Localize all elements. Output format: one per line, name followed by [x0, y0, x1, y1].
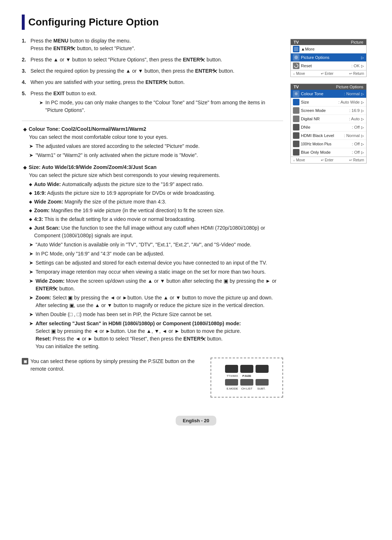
- sub-diamond-icon: ◆: [29, 199, 32, 206]
- remote-label-subt: SUBT.: [255, 387, 268, 390]
- sub-diamond-icon: ◆: [29, 216, 32, 223]
- remote-label-ttxmix: TTX/MIX: [226, 374, 239, 378]
- step-4: 4. When you are satisfied with your sett…: [22, 78, 283, 86]
- left-column: 1. Press the MENU button to display the …: [22, 37, 283, 398]
- size-section: ◆ Size: Auto Wide/16:9/Wide Zoom/Zoom/4:…: [22, 164, 283, 350]
- size-note-2: ➤ In PC Mode, only "16:9" and "4:3" mode…: [29, 250, 283, 258]
- tv-row-size: Size : Auto Wide ▷: [291, 98, 366, 106]
- step-3-num: 3.: [22, 67, 28, 75]
- bottom-note-text: You can select these options by simply p…: [30, 358, 203, 373]
- tv-row-picture-options: Picture Options ▷: [291, 53, 366, 62]
- sub-diamond-icon: ◆: [29, 181, 32, 188]
- step-2-content: Press the ▲ or ▼ button to select "Pictu…: [30, 56, 283, 64]
- diamond-icon: ◆: [23, 165, 26, 170]
- size-note-zoom: ➤ Zoom: Select ▣ by pressing the ◄ or ►b…: [29, 294, 283, 309]
- step-4-content: When you are satisfied with your setting…: [30, 78, 283, 86]
- sub-bullet-169: ◆ 16:9: Adjusts the picture size to 16:9…: [29, 189, 283, 197]
- tv-row-more: ▲More: [291, 45, 366, 53]
- remote-btn-chlist: [240, 379, 253, 386]
- step-2: 2. Press the ▲ or ▼ button to select "Pi…: [22, 56, 283, 64]
- step-1-content: Press the MENU button to display the men…: [30, 37, 283, 52]
- page-title: Configuring Picture Option: [28, 16, 159, 28]
- tv-row-hdmi-black: HDMI Black Level : Normal ▷: [291, 132, 366, 140]
- sub-bullet-widezoom: ◆ Wide Zoom: Magnify the size of the pic…: [29, 198, 283, 206]
- tv-panel-options-footer: ⬦ Move ↵ Enter ↩ Return: [291, 157, 366, 163]
- note-icon: ▣: [22, 358, 28, 364]
- tv-row-colour-tone: Colour Tone : Normal ▷: [291, 90, 366, 98]
- colour-tone-note-1: ➤ The adjusted values are stored accordi…: [29, 142, 283, 150]
- sub-diamond-icon: ◆: [29, 190, 32, 197]
- remote-label-emode: E.MODE: [226, 387, 239, 390]
- sub-diamond-icon: ◆: [29, 207, 32, 214]
- step-5: 5. Press the EXIT button to exit. ➤ In P…: [22, 90, 283, 116]
- colour-tone-section: ◆ Colour Tone: Cool2/Cool1/Normal/Warm1/…: [22, 126, 283, 159]
- tv-row-100hz: 100Hz Motion Plus : Off ▷: [291, 140, 366, 148]
- tv-panel-picture-footer: ⬦ Move ↵ Enter ↩ Return: [291, 70, 366, 77]
- remote-btn-blank: [256, 365, 269, 373]
- svg-rect-0: [294, 47, 298, 51]
- tv-row-dnie: DNIe : Off ▷: [291, 123, 366, 132]
- step-1: 1. Press the MENU button to display the …: [22, 37, 283, 52]
- remote-control-image: TTX/MIX P.SIZE E.MODE CH LIST SUBT.: [211, 358, 283, 398]
- svg-point-2: [295, 92, 298, 95]
- tv-row-reset: Reset : OK ▷: [291, 62, 366, 70]
- remote-btn-ttxmix: [225, 365, 238, 373]
- tv-panel-picture: TV Picture ▲More Picture Options ▷: [290, 39, 367, 77]
- tv-panel-picture-options: TV Picture Options Colour Tone : Normal …: [290, 84, 367, 164]
- arrow-icon: ➤: [29, 142, 33, 150]
- remote-label-chlist: CH LIST: [240, 387, 253, 390]
- remote-label-psize: P.SIZE: [240, 374, 253, 378]
- step-5-note: ➤ In PC mode, you can only make changes …: [39, 99, 283, 114]
- tv-panel-options-header: TV Picture Options: [291, 84, 366, 90]
- remote-label-blank: [255, 374, 268, 378]
- step-1-num: 1.: [22, 37, 28, 52]
- remote-btn-subt: [256, 379, 269, 386]
- colour-tone-note-2: ➤ "Warm1" or "Warm2" is only activated w…: [29, 152, 283, 159]
- right-column: TV Picture ▲More Picture Options ▷: [290, 37, 370, 398]
- size-note-3: ➤ Settings can be adjusted and stored fo…: [29, 259, 283, 267]
- sub-bullet-zoom: ◆ Zoom: Magnifies the 16:9 wide picture …: [29, 207, 283, 214]
- sub-diamond-icon: ◆: [29, 225, 32, 239]
- page-footer: English - 20: [176, 416, 217, 426]
- tv-panel-picture-header: TV Picture: [291, 39, 366, 45]
- remote-btn-psize: [240, 365, 253, 373]
- page-title-bar: Configuring Picture Option: [22, 15, 370, 30]
- sub-bullet-justscan: ◆ Just Scan: Use the function to see the…: [29, 224, 283, 239]
- bottom-section: ▣ You can select these options by simply…: [22, 358, 283, 398]
- step-5-content: Press the EXIT button to exit. ➤ In PC m…: [30, 90, 283, 116]
- tv-row-blue-only: Blue Only Mode : Off ▷: [291, 148, 366, 157]
- size-note-1: ➤ "Auto Wide" function is available only…: [29, 241, 283, 249]
- size-note-justscan: ➤ After selecting "Just Scan" in HDMI (1…: [29, 320, 283, 350]
- arrow-icon: ➤: [29, 152, 33, 159]
- page-footer-container: English - 20: [22, 405, 370, 426]
- step-5-num: 5.: [22, 90, 28, 116]
- tv-row-digital-nr: Digital NR : Auto ▷: [291, 115, 366, 123]
- diamond-icon: ◆: [23, 127, 26, 132]
- size-note-widezoom: ➤ Wide Zoom: Move the screen up/down usi…: [29, 277, 283, 293]
- tv-row-screen-mode: Screen Mode : 16:9 ▷: [291, 106, 366, 115]
- step-3: 3. Select the required option by pressin…: [22, 67, 283, 75]
- step-2-num: 2.: [22, 56, 28, 64]
- step-3-content: Select the required option by pressing t…: [30, 67, 283, 75]
- arrow-icon: ➤: [39, 99, 43, 114]
- title-accent: [22, 15, 25, 30]
- size-note-double: ➤ When Double (□ , □) mode has been set …: [29, 311, 283, 318]
- remote-btn-emode: [225, 379, 238, 386]
- step-4-num: 4.: [22, 78, 28, 86]
- svg-point-1: [294, 56, 298, 59]
- sub-bullet-43: ◆ 4:3: This is the default setting for a…: [29, 215, 283, 223]
- sub-bullet-autowide: ◆ Auto Wide: Automatically adjusts the p…: [29, 181, 283, 188]
- size-note-4: ➤ Temporary image retention may occur wh…: [29, 268, 283, 276]
